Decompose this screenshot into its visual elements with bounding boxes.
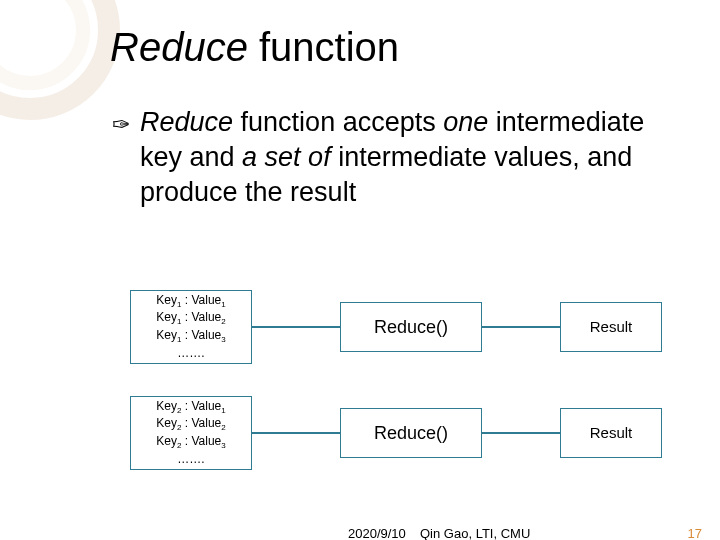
- reduce-box: Reduce(): [340, 408, 482, 458]
- connector-line: [252, 432, 340, 434]
- connector-line: [482, 326, 560, 328]
- slide-title: Reduce function: [110, 25, 399, 70]
- body-text: ✑ Reduce function accepts one intermedia…: [140, 105, 660, 210]
- bullet-icon: ✑: [112, 111, 130, 140]
- key-box: Key1 : Value1 Key1 : Value2 Key1 : Value…: [130, 290, 252, 364]
- reduce-box: Reduce(): [340, 302, 482, 352]
- body-seg1: Reduce: [140, 107, 233, 137]
- connector-line: [482, 432, 560, 434]
- title-rest: function: [259, 25, 399, 69]
- body-seg3: one: [443, 107, 488, 137]
- diagram-row: Key1 : Value1 Key1 : Value2 Key1 : Value…: [130, 290, 665, 368]
- key-line: Key1 : Value2: [156, 310, 225, 328]
- key-box: Key2 : Value1 Key2 : Value2 Key2 : Value…: [130, 396, 252, 470]
- key-line: Key2 : Value1: [156, 399, 225, 417]
- title-italic: Reduce: [110, 25, 259, 69]
- footer-author: Qin Gao, LTI, CMU: [420, 526, 530, 540]
- key-line: Key2 : Value2: [156, 416, 225, 434]
- connector-line: [252, 326, 340, 328]
- body-seg2: function accepts: [233, 107, 443, 137]
- key-line: …….: [177, 346, 204, 362]
- result-box: Result: [560, 302, 662, 352]
- key-line: Key1 : Value1: [156, 293, 225, 311]
- key-line: Key1 : Value3: [156, 328, 225, 346]
- diagram-row: Key2 : Value1 Key2 : Value2 Key2 : Value…: [130, 396, 665, 474]
- result-box: Result: [560, 408, 662, 458]
- key-line: …….: [177, 452, 204, 468]
- footer-date: 2020/9/10: [348, 526, 406, 540]
- footer-page-number: 17: [688, 526, 702, 540]
- diagram: Key1 : Value1 Key1 : Value2 Key1 : Value…: [130, 290, 665, 502]
- body-seg5: a set of: [242, 142, 331, 172]
- key-line: Key2 : Value3: [156, 434, 225, 452]
